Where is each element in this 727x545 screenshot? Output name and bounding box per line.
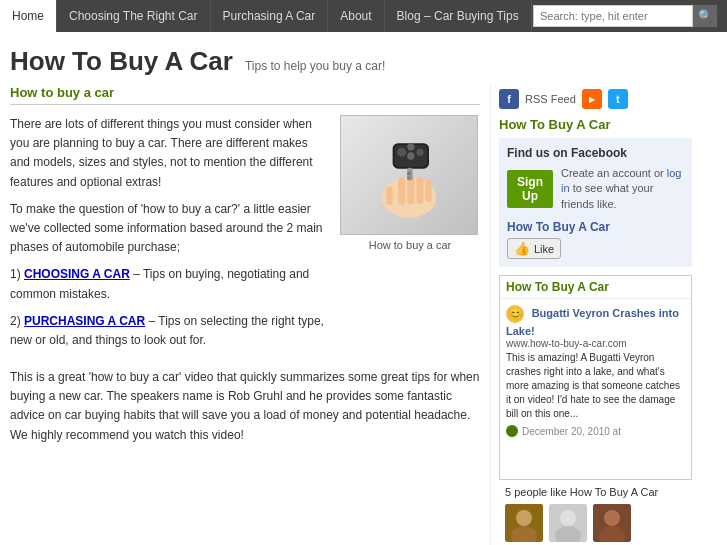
page-tagline: Tips to help you buy a car! xyxy=(245,59,385,73)
para3: This is a great 'how to buy a car' video… xyxy=(10,368,480,445)
nav-blog[interactable]: Blog – Car Buying Tips xyxy=(385,0,532,32)
svg-rect-14 xyxy=(407,177,410,179)
car-image xyxy=(340,115,478,235)
nav-purchasing[interactable]: Purchasing A Car xyxy=(211,0,329,32)
svg-rect-5 xyxy=(386,187,392,205)
avatar-block-1: Allan xyxy=(505,504,543,545)
page-title: How To Buy A Car xyxy=(10,46,233,77)
item2-prefix: 2) xyxy=(10,314,24,328)
feed-title: How To Buy A Car xyxy=(500,276,691,299)
page-layout: How to buy a car There are lots of diffe… xyxy=(0,85,727,545)
fb-page-title: How To Buy A Car xyxy=(507,220,684,234)
svg-rect-1 xyxy=(398,178,405,205)
nav-about[interactable]: About xyxy=(328,0,384,32)
item1: 1) CHOOSING A CAR – Tips on buying, nego… xyxy=(10,265,326,303)
fb-like-label: Like xyxy=(534,243,554,255)
feed-scroll[interactable]: 😊 Bugatti Veyron Crashes into Lake! www.… xyxy=(500,299,691,479)
svg-point-16 xyxy=(516,510,532,526)
feed-url: www.how-to-buy-a-car.com xyxy=(506,338,685,349)
fb-signup-text: Create an account or log in to see what … xyxy=(561,166,684,212)
svg-point-10 xyxy=(416,149,423,156)
search-input[interactable] xyxy=(533,5,693,27)
item1-prefix: 1) xyxy=(10,267,24,281)
svg-rect-4 xyxy=(425,180,431,203)
nav-choosing[interactable]: Choosing The Right Car xyxy=(57,0,211,32)
feed-date-text: December 20, 2010 at xyxy=(522,426,621,437)
svg-point-8 xyxy=(397,148,406,157)
svg-point-9 xyxy=(407,152,414,159)
section-title: How to buy a car xyxy=(10,85,480,105)
calendar-icon xyxy=(506,425,518,437)
feed-emoji-icon: 😊 xyxy=(506,305,524,323)
feed-link[interactable]: Bugatti Veyron Crashes into Lake! xyxy=(506,308,679,338)
svg-point-11 xyxy=(407,143,414,150)
avatar-1 xyxy=(505,504,543,542)
choosing-link[interactable]: CHOOSING A CAR xyxy=(24,267,130,281)
likes-text: 5 people like How To Buy A Car xyxy=(505,486,686,498)
avatar-block-3: Emit xyxy=(593,504,631,545)
page-header: How To Buy A Car Tips to help you buy a … xyxy=(0,32,727,85)
car-image-block: How to buy a car xyxy=(340,115,480,358)
fb-signup-row: Sign Up Create an account or log in to s… xyxy=(507,166,684,212)
feed-date: December 20, 2010 at xyxy=(506,425,685,437)
intro-text: There are lots of different things you m… xyxy=(10,115,326,358)
sidebar: f RSS Feed ▸ t How To Buy A Car Find us … xyxy=(490,85,700,545)
para2: To make the question of 'how to buy a ca… xyxy=(10,200,326,258)
search-button[interactable]: 🔍 xyxy=(693,5,717,27)
car-key-svg xyxy=(349,125,469,225)
avatar-block-2: Jesus xyxy=(549,504,587,545)
fb-signup-button[interactable]: Sign Up xyxy=(507,170,553,208)
navigation-bar: Home Choosing The Right Car Purchasing A… xyxy=(0,0,727,32)
feed-item: 😊 Bugatti Veyron Crashes into Lake! www.… xyxy=(506,305,685,437)
avatar-2 xyxy=(549,504,587,542)
rss-label: RSS Feed xyxy=(525,93,576,105)
car-image-caption: How to buy a car xyxy=(340,239,480,251)
likes-section: 5 people like How To Buy A Car Allan xyxy=(499,480,692,545)
facebook-section: Find us on Facebook Sign Up Create an ac… xyxy=(499,138,692,267)
fb-like-button[interactable]: 👍 Like xyxy=(507,238,561,259)
search-bar: 🔍 xyxy=(533,5,727,27)
intro-block: There are lots of different things you m… xyxy=(10,115,480,358)
para1: There are lots of different things you m… xyxy=(10,115,326,192)
thumbs-up-icon: 👍 xyxy=(514,241,530,256)
svg-rect-3 xyxy=(416,177,423,204)
purchasing-link[interactable]: PURCHASING A CAR xyxy=(24,314,145,328)
sidebar-site-title: How To Buy A Car xyxy=(499,117,692,132)
svg-point-22 xyxy=(604,510,620,526)
main-content: How to buy a car There are lots of diffe… xyxy=(0,85,490,545)
social-icons: f RSS Feed ▸ t xyxy=(499,85,692,109)
svg-rect-13 xyxy=(407,172,411,175)
feed-box: How To Buy A Car 😊 Bugatti Veyron Crashe… xyxy=(499,275,692,480)
feed-desc: This is amazing! A Bugatti Veyron crashe… xyxy=(506,351,685,421)
facebook-icon[interactable]: f xyxy=(499,89,519,109)
item2: 2) PURCHASING A CAR – Tips on selecting … xyxy=(10,312,326,350)
rss-icon[interactable]: ▸ xyxy=(582,89,602,109)
fb-section-title: Find us on Facebook xyxy=(507,146,684,160)
svg-point-19 xyxy=(560,510,576,526)
nav-home[interactable]: Home xyxy=(0,0,57,32)
twitter-icon[interactable]: t xyxy=(608,89,628,109)
avatar-3 xyxy=(593,504,631,542)
likes-avatars: Allan Jesus xyxy=(505,504,686,545)
